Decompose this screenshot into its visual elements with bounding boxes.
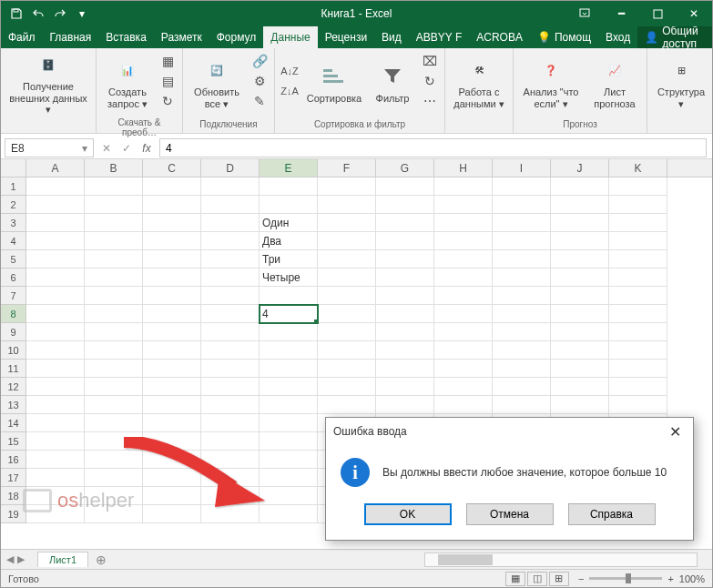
row-header-11[interactable]: 11 <box>1 360 26 378</box>
cell-C8[interactable] <box>143 305 201 323</box>
cell-C5[interactable] <box>143 250 201 269</box>
select-all-corner[interactable] <box>1 159 26 177</box>
cell-B7[interactable] <box>85 287 143 305</box>
tab-view[interactable]: Вид <box>374 26 409 48</box>
cell-G13[interactable] <box>376 396 434 414</box>
name-box[interactable]: E8▾ <box>5 138 94 157</box>
cell-F11[interactable] <box>318 360 376 378</box>
row-header-3[interactable]: 3 <box>1 214 26 232</box>
forecast-sheet-button[interactable]: 📈 Лист прогноза <box>588 50 641 116</box>
cell-A11[interactable] <box>26 360 85 378</box>
cell-C13[interactable] <box>143 396 201 414</box>
cell-B4[interactable] <box>85 232 143 250</box>
cell-C6[interactable] <box>143 269 201 287</box>
cell-J9[interactable] <box>551 323 609 341</box>
show-queries-icon[interactable]: ▦ <box>158 52 177 70</box>
cell-A9[interactable] <box>26 323 85 341</box>
redo-icon[interactable] <box>52 5 68 22</box>
cell-A6[interactable] <box>26 269 85 287</box>
cell-H13[interactable] <box>434 396 493 414</box>
cell-B16[interactable] <box>85 451 143 469</box>
add-sheet-icon[interactable]: ⊕ <box>88 553 114 567</box>
cell-E13[interactable] <box>260 396 318 414</box>
row-header-17[interactable]: 17 <box>1 469 26 487</box>
cell-G7[interactable] <box>376 287 434 305</box>
cell-A14[interactable] <box>26 414 85 432</box>
cell-C3[interactable] <box>143 214 201 232</box>
cell-A18[interactable] <box>26 487 85 505</box>
cell-E2[interactable] <box>260 196 318 214</box>
edit-links-icon[interactable]: ✎ <box>250 92 269 110</box>
cell-D8[interactable] <box>201 305 260 323</box>
cell-H10[interactable] <box>434 341 493 360</box>
row-header-9[interactable]: 9 <box>1 323 26 341</box>
tab-insert[interactable]: Вставка <box>98 26 154 48</box>
cell-F6[interactable] <box>318 269 376 287</box>
cell-E18[interactable] <box>260 487 318 505</box>
cell-C4[interactable] <box>143 232 201 250</box>
cell-F9[interactable] <box>318 323 376 341</box>
cell-J12[interactable] <box>551 378 609 396</box>
cell-K6[interactable] <box>609 269 667 287</box>
sort-button[interactable]: Сортировка <box>304 50 364 116</box>
cell-C14[interactable] <box>143 414 201 432</box>
col-header-K[interactable]: K <box>609 159 667 177</box>
cell-E12[interactable] <box>260 378 318 396</box>
cell-B17[interactable] <box>85 469 143 487</box>
cell-G11[interactable] <box>376 360 434 378</box>
zoom-in-icon[interactable]: + <box>667 573 673 584</box>
share-button[interactable]: 👤 Общий доступ <box>637 26 712 48</box>
cell-B6[interactable] <box>85 269 143 287</box>
tab-file[interactable]: Файл <box>1 26 43 48</box>
cell-C2[interactable] <box>143 196 201 214</box>
get-external-data-button[interactable]: 🗄️ Получение внешних данных ▾ <box>6 50 90 116</box>
cell-A17[interactable] <box>26 469 85 487</box>
sheet-nav-next-icon[interactable]: ▶ <box>17 553 25 565</box>
cell-D7[interactable] <box>201 287 260 305</box>
col-header-C[interactable]: C <box>143 159 201 177</box>
cell-I2[interactable] <box>493 196 551 214</box>
col-header-B[interactable]: B <box>85 159 143 177</box>
cell-D5[interactable] <box>201 250 260 269</box>
filter-button[interactable]: Фильтр <box>370 50 415 116</box>
new-query-button[interactable]: 📊 Создать запрос ▾ <box>102 50 153 116</box>
tab-review[interactable]: Рецензи <box>318 26 374 48</box>
cell-H8[interactable] <box>434 305 493 323</box>
insert-function-icon[interactable]: fx <box>138 142 156 155</box>
row-header-1[interactable]: 1 <box>1 177 26 196</box>
cell-J10[interactable] <box>551 341 609 360</box>
cell-J6[interactable] <box>551 269 609 287</box>
col-header-F[interactable]: F <box>318 159 376 177</box>
cell-D18[interactable] <box>201 487 260 505</box>
cell-E11[interactable] <box>260 360 318 378</box>
cancel-edit-icon[interactable]: ✕ <box>97 142 116 155</box>
row-header-16[interactable]: 16 <box>1 451 26 469</box>
cell-C17[interactable] <box>143 469 201 487</box>
cell-E1[interactable] <box>260 177 318 196</box>
cell-D12[interactable] <box>201 378 260 396</box>
cell-F8[interactable] <box>318 305 376 323</box>
cell-I8[interactable] <box>493 305 551 323</box>
tab-layout[interactable]: Разметк <box>154 26 209 48</box>
cell-B2[interactable] <box>85 196 143 214</box>
zoom-level[interactable]: 100% <box>679 573 705 584</box>
cell-K7[interactable] <box>609 287 667 305</box>
cell-C16[interactable] <box>143 451 201 469</box>
row-header-14[interactable]: 14 <box>1 414 26 432</box>
save-icon[interactable] <box>8 5 25 22</box>
cell-E9[interactable] <box>260 323 318 341</box>
outline-button[interactable]: ⊞ Структура ▾ <box>653 50 709 116</box>
data-tools-button[interactable]: 🛠 Работа с данными ▾ <box>451 50 507 116</box>
cell-A10[interactable] <box>26 341 85 360</box>
cell-H9[interactable] <box>434 323 493 341</box>
cell-D16[interactable] <box>201 451 260 469</box>
cell-A8[interactable] <box>26 305 85 323</box>
cell-F1[interactable] <box>318 177 376 196</box>
view-page-break-icon[interactable]: ⊞ <box>549 572 569 586</box>
row-header-12[interactable]: 12 <box>1 378 26 396</box>
cell-E3[interactable]: Один <box>260 214 318 232</box>
cell-G3[interactable] <box>376 214 434 232</box>
horizontal-scrollbar[interactable] <box>424 553 698 567</box>
cell-K11[interactable] <box>609 360 667 378</box>
clear-filter-icon[interactable]: ⌧ <box>421 52 439 70</box>
